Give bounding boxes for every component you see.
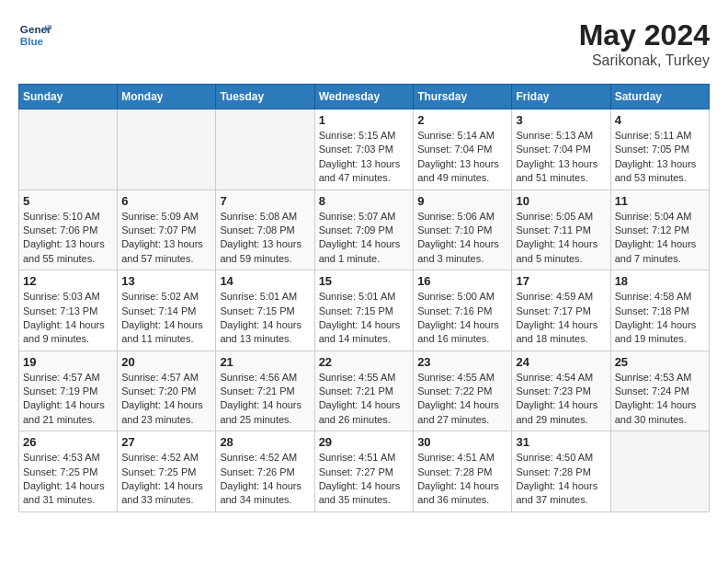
calendar-cell: 26Sunrise: 4:53 AMSunset: 7:25 PMDayligh…: [19, 431, 118, 512]
day-number: 3: [516, 113, 606, 127]
day-info: Sunrise: 5:04 AMSunset: 7:12 PMDaylight:…: [615, 210, 705, 267]
day-info: Sunrise: 5:01 AMSunset: 7:15 PMDaylight:…: [220, 290, 310, 347]
calendar-cell: 29Sunrise: 4:51 AMSunset: 7:27 PMDayligh…: [314, 431, 414, 512]
weekday-header-tuesday: Tuesday: [216, 85, 314, 109]
day-info: Sunrise: 4:50 AMSunset: 7:28 PMDaylight:…: [516, 451, 606, 508]
calendar-cell: 12Sunrise: 5:03 AMSunset: 7:13 PMDayligh…: [19, 270, 118, 351]
day-number: 15: [319, 274, 410, 288]
day-info: Sunrise: 4:52 AMSunset: 7:25 PMDaylight:…: [121, 451, 211, 508]
calendar-cell: 28Sunrise: 4:52 AMSunset: 7:26 PMDayligh…: [216, 431, 314, 512]
calendar: SundayMondayTuesdayWednesdayThursdayFrid…: [18, 84, 710, 512]
calendar-cell: 19Sunrise: 4:57 AMSunset: 7:19 PMDayligh…: [19, 350, 118, 431]
day-info: Sunrise: 5:14 AMSunset: 7:04 PMDaylight:…: [417, 129, 507, 186]
weekday-header-friday: Friday: [512, 85, 610, 109]
calendar-cell: 20Sunrise: 4:57 AMSunset: 7:20 PMDayligh…: [118, 350, 216, 431]
day-info: Sunrise: 4:57 AMSunset: 7:19 PMDaylight:…: [23, 371, 113, 428]
header: General Blue May 2024 Sarikonak, Turkey: [18, 18, 710, 69]
day-number: 2: [417, 113, 507, 127]
calendar-cell: 6Sunrise: 5:09 AMSunset: 7:07 PMDaylight…: [118, 190, 216, 270]
calendar-cell: 11Sunrise: 5:04 AMSunset: 7:12 PMDayligh…: [610, 190, 709, 270]
weekday-header-thursday: Thursday: [414, 85, 512, 109]
calendar-header: SundayMondayTuesdayWednesdayThursdayFrid…: [19, 85, 710, 109]
calendar-cell: 30Sunrise: 4:51 AMSunset: 7:28 PMDayligh…: [414, 431, 512, 512]
calendar-cell: 3Sunrise: 5:13 AMSunset: 7:04 PMDaylight…: [512, 109, 610, 190]
day-number: 26: [23, 435, 113, 449]
calendar-body: 1Sunrise: 5:15 AMSunset: 7:03 PMDaylight…: [19, 109, 710, 512]
calendar-cell: 31Sunrise: 4:50 AMSunset: 7:28 PMDayligh…: [512, 431, 610, 512]
day-number: 30: [417, 435, 507, 449]
svg-text:Blue: Blue: [20, 35, 44, 47]
day-number: 22: [319, 355, 410, 369]
day-number: 5: [23, 194, 113, 208]
calendar-cell: 21Sunrise: 4:56 AMSunset: 7:21 PMDayligh…: [216, 350, 314, 431]
day-info: Sunrise: 4:55 AMSunset: 7:22 PMDaylight:…: [417, 371, 507, 428]
day-number: 4: [615, 113, 705, 127]
calendar-week-1: 1Sunrise: 5:15 AMSunset: 7:03 PMDaylight…: [19, 109, 710, 190]
day-number: 29: [319, 435, 410, 449]
day-number: 14: [220, 274, 310, 288]
day-number: 7: [220, 194, 310, 208]
day-info: Sunrise: 4:51 AMSunset: 7:28 PMDaylight:…: [417, 451, 507, 508]
calendar-cell: [19, 109, 118, 190]
day-number: 31: [516, 435, 606, 449]
day-number: 28: [220, 435, 310, 449]
calendar-cell: [610, 431, 709, 512]
calendar-cell: 8Sunrise: 5:07 AMSunset: 7:09 PMDaylight…: [314, 190, 414, 270]
calendar-cell: 23Sunrise: 4:55 AMSunset: 7:22 PMDayligh…: [414, 350, 512, 431]
day-info: Sunrise: 5:15 AMSunset: 7:03 PMDaylight:…: [319, 129, 410, 186]
day-number: 13: [121, 274, 211, 288]
day-number: 1: [319, 113, 410, 127]
day-info: Sunrise: 5:11 AMSunset: 7:05 PMDaylight:…: [615, 129, 705, 186]
day-info: Sunrise: 5:00 AMSunset: 7:16 PMDaylight:…: [417, 290, 507, 347]
day-info: Sunrise: 4:53 AMSunset: 7:24 PMDaylight:…: [615, 371, 705, 428]
calendar-cell: [216, 109, 314, 190]
weekday-header-monday: Monday: [118, 85, 216, 109]
day-number: 17: [516, 274, 606, 288]
day-info: Sunrise: 5:07 AMSunset: 7:09 PMDaylight:…: [319, 210, 410, 267]
weekday-header-sunday: Sunday: [19, 85, 118, 109]
logo: General Blue: [18, 18, 55, 52]
day-info: Sunrise: 5:02 AMSunset: 7:14 PMDaylight:…: [121, 290, 211, 347]
weekday-header-row: SundayMondayTuesdayWednesdayThursdayFrid…: [19, 85, 710, 109]
weekday-header-saturday: Saturday: [610, 85, 709, 109]
calendar-cell: 16Sunrise: 5:00 AMSunset: 7:16 PMDayligh…: [414, 270, 512, 351]
day-info: Sunrise: 5:01 AMSunset: 7:15 PMDaylight:…: [319, 290, 410, 347]
calendar-cell: 2Sunrise: 5:14 AMSunset: 7:04 PMDaylight…: [414, 109, 512, 190]
calendar-cell: [118, 109, 216, 190]
day-info: Sunrise: 4:57 AMSunset: 7:20 PMDaylight:…: [121, 371, 211, 428]
calendar-cell: 17Sunrise: 4:59 AMSunset: 7:17 PMDayligh…: [512, 270, 610, 351]
calendar-cell: 1Sunrise: 5:15 AMSunset: 7:03 PMDaylight…: [314, 109, 414, 190]
day-number: 6: [121, 194, 211, 208]
calendar-cell: 4Sunrise: 5:11 AMSunset: 7:05 PMDaylight…: [610, 109, 709, 190]
day-info: Sunrise: 5:03 AMSunset: 7:13 PMDaylight:…: [23, 290, 113, 347]
calendar-cell: 10Sunrise: 5:05 AMSunset: 7:11 PMDayligh…: [512, 190, 610, 270]
day-number: 9: [417, 194, 507, 208]
day-info: Sunrise: 5:13 AMSunset: 7:04 PMDaylight:…: [516, 129, 606, 186]
calendar-week-3: 12Sunrise: 5:03 AMSunset: 7:13 PMDayligh…: [19, 270, 710, 351]
day-number: 8: [319, 194, 410, 208]
day-number: 20: [121, 355, 211, 369]
day-info: Sunrise: 5:09 AMSunset: 7:07 PMDaylight:…: [121, 210, 211, 267]
calendar-cell: 24Sunrise: 4:54 AMSunset: 7:23 PMDayligh…: [512, 350, 610, 431]
day-number: 27: [121, 435, 211, 449]
title-area: May 2024 Sarikonak, Turkey: [579, 18, 710, 69]
month-year: May 2024: [579, 18, 710, 52]
calendar-cell: 15Sunrise: 5:01 AMSunset: 7:15 PMDayligh…: [314, 270, 414, 351]
logo-icon: General Blue: [18, 18, 51, 52]
calendar-cell: 9Sunrise: 5:06 AMSunset: 7:10 PMDaylight…: [414, 190, 512, 270]
day-info: Sunrise: 5:05 AMSunset: 7:11 PMDaylight:…: [516, 210, 606, 267]
day-info: Sunrise: 5:06 AMSunset: 7:10 PMDaylight:…: [417, 210, 507, 267]
day-number: 19: [23, 355, 113, 369]
calendar-week-4: 19Sunrise: 4:57 AMSunset: 7:19 PMDayligh…: [19, 350, 710, 431]
calendar-cell: 13Sunrise: 5:02 AMSunset: 7:14 PMDayligh…: [118, 270, 216, 351]
day-number: 25: [615, 355, 705, 369]
day-info: Sunrise: 4:58 AMSunset: 7:18 PMDaylight:…: [615, 290, 705, 347]
day-info: Sunrise: 4:55 AMSunset: 7:21 PMDaylight:…: [319, 371, 410, 428]
day-number: 24: [516, 355, 606, 369]
day-number: 23: [417, 355, 507, 369]
calendar-week-2: 5Sunrise: 5:10 AMSunset: 7:06 PMDaylight…: [19, 190, 710, 270]
calendar-week-5: 26Sunrise: 4:53 AMSunset: 7:25 PMDayligh…: [19, 431, 710, 512]
calendar-cell: 14Sunrise: 5:01 AMSunset: 7:15 PMDayligh…: [216, 270, 314, 351]
day-number: 16: [417, 274, 507, 288]
day-info: Sunrise: 4:56 AMSunset: 7:21 PMDaylight:…: [220, 371, 310, 428]
